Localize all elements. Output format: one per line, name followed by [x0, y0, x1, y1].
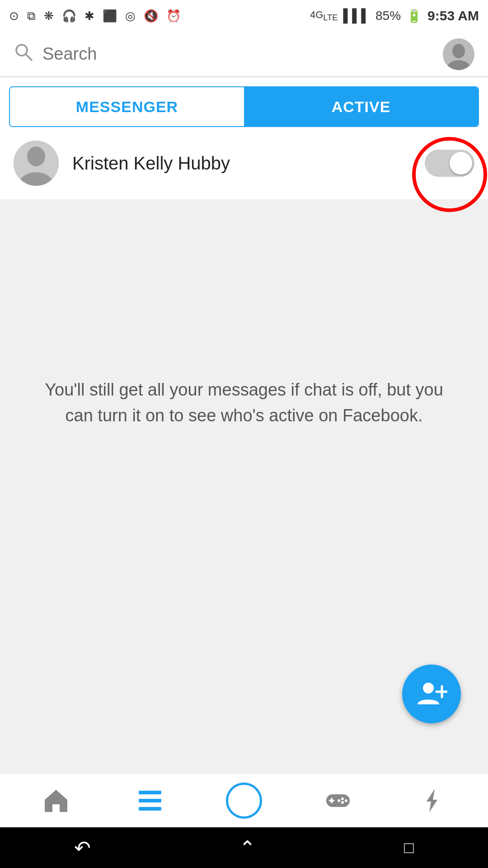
status-icons: ⊙ ⧉ ❋ 🎧 ✱ ⬛ ◎ 🔇 ⏰ — [9, 9, 181, 23]
nav-instant-games[interactable] — [409, 783, 455, 819]
tab-messenger[interactable]: MESSENGER — [10, 87, 244, 126]
toggle-container — [425, 150, 474, 177]
headphone-icon: 🎧 — [62, 9, 76, 23]
svg-point-20 — [338, 799, 340, 802]
avatar[interactable] — [443, 38, 474, 70]
contact-row: Kristen Kelly Hubby — [0, 127, 488, 199]
nav-messages[interactable] — [127, 783, 173, 819]
contact-name: Kristen Kelly Hubby — [72, 153, 411, 174]
status-right: 4GLTE ▌▌▌ 85% 🔋 9:53 AM — [310, 8, 479, 24]
svg-point-8 — [423, 683, 434, 693]
svg-point-17 — [341, 797, 344, 800]
home-button[interactable]: ⌃ — [239, 836, 256, 859]
svg-point-18 — [345, 799, 347, 802]
svg-point-3 — [452, 44, 465, 58]
svg-line-1 — [26, 54, 32, 60]
nav-circle-icon — [226, 783, 262, 819]
nav-new-message[interactable] — [221, 783, 267, 819]
status-bar: ⊙ ⧉ ❋ 🎧 ✱ ⬛ ◎ 🔇 ⏰ 4GLTE ▌▌▌ 85% 🔋 9:53 A… — [0, 0, 488, 32]
window-icon: ⧉ — [27, 9, 36, 23]
svg-point-19 — [341, 801, 344, 804]
battery-icon: 🔋 — [406, 9, 422, 24]
svg-rect-16 — [329, 800, 334, 802]
bluetooth-icon: ✱ — [84, 9, 94, 23]
misc-icon-1: ❋ — [44, 9, 54, 23]
tab-active[interactable]: ACTIVE — [244, 87, 478, 126]
nfc-icon: ⬛ — [103, 9, 117, 23]
toggle-thumb — [450, 152, 472, 175]
svg-rect-12 — [139, 799, 161, 802]
signal-bars: ▌▌▌ — [343, 9, 371, 23]
main-content: You'll still get all your messages if ch… — [0, 199, 488, 606]
target-icon: ◎ — [125, 9, 136, 23]
tab-bar: MESSENGER ACTIVE — [9, 86, 479, 127]
svg-marker-21 — [427, 789, 437, 812]
time: 9:53 AM — [427, 8, 479, 24]
recents-button[interactable]: □ — [404, 838, 414, 857]
contact-avatar — [14, 141, 59, 186]
svg-rect-11 — [139, 791, 161, 794]
toggle-track — [425, 150, 474, 177]
signal-strength: 4GLTE — [310, 9, 338, 23]
android-nav-bar: ↶ ⌃ □ — [0, 827, 488, 868]
search-bar[interactable] — [0, 32, 488, 77]
back-button[interactable]: ↶ — [74, 836, 91, 859]
nav-home[interactable] — [33, 783, 79, 819]
nav-games[interactable] — [315, 783, 361, 819]
svg-rect-13 — [139, 807, 161, 811]
bottom-nav — [0, 773, 488, 827]
search-icon — [14, 42, 33, 66]
info-text: You'll still get all your messages if ch… — [0, 350, 488, 456]
svg-point-6 — [27, 146, 45, 166]
spotify-icon: ⊙ — [9, 9, 19, 23]
battery-percent: 85% — [375, 9, 401, 23]
add-contact-fab[interactable] — [402, 665, 461, 723]
mute-icon: 🔇 — [144, 9, 158, 23]
alarm-icon: ⏰ — [166, 9, 181, 23]
search-input[interactable] — [42, 44, 434, 64]
active-toggle[interactable] — [425, 150, 474, 177]
